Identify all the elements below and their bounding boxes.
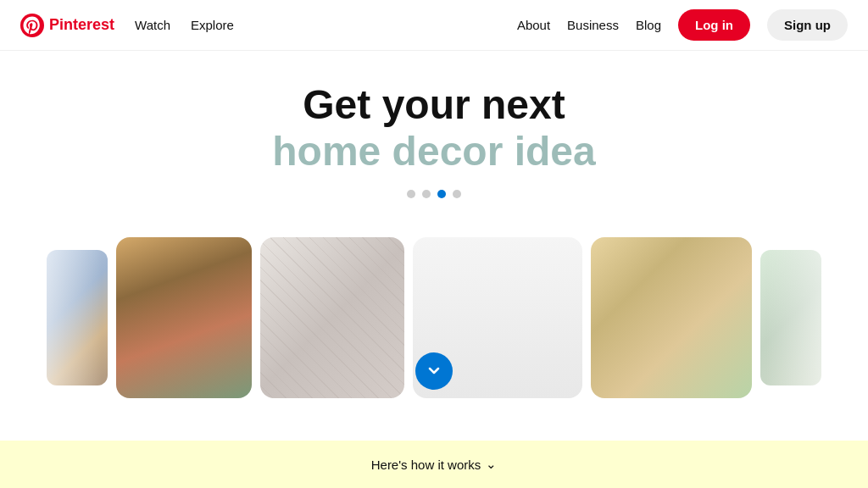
image-left bbox=[116, 237, 252, 398]
pinterest-logo-icon bbox=[20, 14, 44, 37]
how-it-works-bar[interactable]: Here's how it works ⌄ bbox=[0, 441, 868, 488]
login-button[interactable]: Log in bbox=[678, 9, 750, 41]
dot-4[interactable] bbox=[453, 190, 461, 198]
image-center-left bbox=[260, 237, 404, 398]
hero-section: Get your next home decor idea bbox=[0, 51, 868, 441]
dot-3[interactable] bbox=[437, 190, 446, 198]
nav-business[interactable]: Business bbox=[567, 18, 619, 32]
nav-left: Pinterest Watch Explore bbox=[20, 14, 234, 37]
image-right bbox=[591, 237, 752, 398]
carousel-dots bbox=[407, 190, 461, 198]
nav-explore[interactable]: Explore bbox=[191, 18, 234, 32]
hero-title-line1: Get your next bbox=[272, 81, 595, 128]
nav-blog[interactable]: Blog bbox=[636, 18, 661, 32]
hero-title: Get your next home decor idea bbox=[272, 81, 595, 175]
nav-about[interactable]: About bbox=[517, 18, 550, 32]
scroll-down-button[interactable] bbox=[415, 352, 453, 390]
chevron-down-icon bbox=[426, 363, 442, 380]
logo-text: Pinterest bbox=[49, 16, 114, 34]
hero-title-line2: home decor idea bbox=[272, 128, 595, 175]
signup-button[interactable]: Sign up bbox=[767, 9, 848, 41]
image-far-right bbox=[760, 250, 821, 385]
chevron-down-small-icon: ⌄ bbox=[486, 457, 497, 472]
dot-2[interactable] bbox=[422, 190, 431, 198]
how-it-works-label: Here's how it works bbox=[371, 458, 481, 472]
logo[interactable]: Pinterest bbox=[20, 14, 114, 37]
image-far-left bbox=[47, 250, 108, 385]
nav-watch[interactable]: Watch bbox=[135, 18, 170, 32]
dot-1[interactable] bbox=[407, 190, 415, 198]
nav-right: About Business Blog Log in Sign up bbox=[517, 9, 848, 41]
navigation: Pinterest Watch Explore About Business B… bbox=[0, 0, 868, 51]
